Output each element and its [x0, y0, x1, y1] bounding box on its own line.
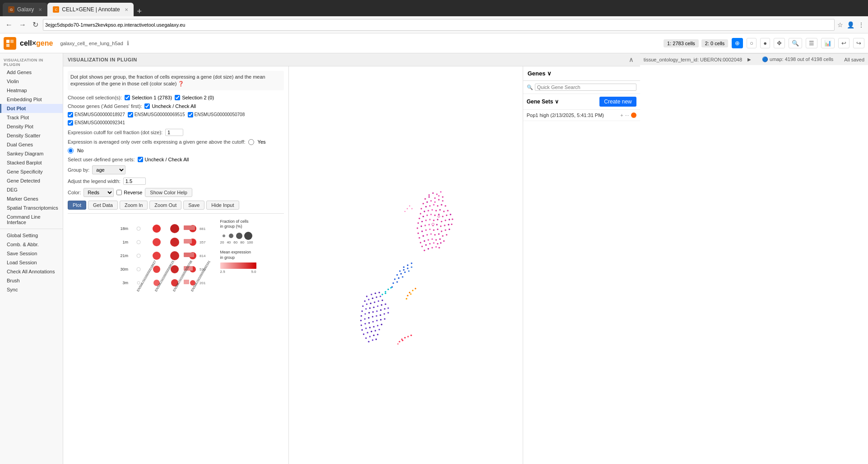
undo-btn[interactable]: ↩: [838, 38, 849, 48]
sidebar-item-marker-genes[interactable]: Marker Genes: [0, 194, 63, 203]
gene-set-add-icon[interactable]: +: [620, 112, 623, 118]
help-icon[interactable]: ❓: [178, 81, 184, 86]
sidebar-item-save-session[interactable]: Save Session: [0, 249, 63, 258]
selection1-checkbox-label[interactable]: Selection 1 (2783): [125, 95, 172, 100]
sidebar-item-sankey-diagram[interactable]: Sankey Diagram: [0, 149, 63, 158]
gene-sets-checkbox[interactable]: [138, 157, 143, 162]
collapse-button[interactable]: ∧: [627, 56, 636, 63]
svg-point-238: [410, 335, 412, 336]
galaxy-tab[interactable]: G Galaxy ✕: [3, 3, 47, 16]
redo-btn[interactable]: ↪: [853, 38, 864, 48]
lasso-tool-btn[interactable]: ⊕: [732, 38, 743, 48]
gene2-checkbox[interactable]: [128, 112, 133, 117]
no-radio[interactable]: [68, 148, 74, 154]
gene-sets-label[interactable]: Gene Sets ∨: [527, 98, 559, 105]
forward-button[interactable]: →: [17, 20, 28, 30]
list-tool-btn[interactable]: ☰: [806, 38, 817, 48]
zoom-out-button[interactable]: Zoom Out: [149, 201, 181, 210]
group-by-select[interactable]: age cell_type tissue sample: [92, 165, 125, 174]
sidebar-item-spatial-transcriptomics[interactable]: Spatial Transcriptomics: [0, 203, 63, 212]
gene-set-more-icon[interactable]: ···: [625, 112, 629, 118]
svg-point-62: [442, 200, 443, 202]
hide-input-button[interactable]: Hide Input: [206, 201, 239, 210]
sidebar-item-command-line-interface[interactable]: Command Line Interface: [0, 212, 63, 227]
new-tab-button[interactable]: +: [134, 7, 146, 16]
svg-point-158: [381, 300, 383, 301]
circle-tool-btn[interactable]: ○: [747, 38, 757, 48]
galaxy-tab-close[interactable]: ✕: [38, 7, 42, 12]
cellgene-tab-label: CELL×GENE | Annotate: [62, 6, 120, 13]
save-button[interactable]: Save: [183, 201, 204, 210]
zoom-in-button[interactable]: Zoom In: [120, 201, 148, 210]
sidebar-item-gene-detected[interactable]: Gene Detected: [0, 176, 63, 185]
get-data-button[interactable]: Get Data: [88, 201, 118, 210]
genes-dropdown[interactable]: Genes ∨: [528, 70, 636, 77]
svg-point-137: [424, 249, 425, 251]
gene1-checkbox[interactable]: [68, 112, 73, 117]
selection2-checkbox[interactable]: [175, 95, 180, 100]
svg-point-98: [421, 225, 422, 227]
gene4-checkbox-label[interactable]: ENSMUSG00000092341: [68, 120, 125, 126]
sidebar-item-load-session[interactable]: Load Session: [0, 258, 63, 267]
color-select[interactable]: Reds Blues Greens Viridis: [84, 188, 114, 197]
selection1-checkbox[interactable]: [125, 95, 130, 100]
sidebar-item-dual-genes[interactable]: Dual Genes: [0, 140, 63, 149]
gene4-checkbox[interactable]: [68, 120, 73, 126]
show-color-help-button[interactable]: Show Color Help: [145, 188, 192, 197]
gene-sets-checkbox-label[interactable]: Uncheck / Check All: [138, 157, 189, 162]
gene3-checkbox[interactable]: [188, 112, 193, 117]
sidebar-item-comb-abbr[interactable]: Comb. & Abbr.: [0, 240, 63, 249]
uncheck-all-checkbox-label[interactable]: Uncheck / Check All: [144, 103, 196, 109]
create-new-button[interactable]: Create new: [599, 97, 636, 107]
gene-search-input[interactable]: [535, 84, 636, 91]
sidebar-item-violin[interactable]: Violin: [0, 77, 63, 86]
fill-tool-btn[interactable]: ●: [760, 38, 770, 48]
chart-tool-btn[interactable]: 📊: [821, 38, 835, 48]
sidebar-item-density-plot[interactable]: Density Plot: [0, 122, 63, 131]
expression-cutoff-input[interactable]: [165, 129, 183, 136]
address-bar[interactable]: [43, 19, 835, 31]
pan-tool-btn[interactable]: ✥: [774, 38, 785, 48]
legend-width-input[interactable]: [123, 178, 146, 185]
sidebar-item-add-genes[interactable]: Add Genes: [0, 68, 63, 77]
sidebar-item-dot-plot[interactable]: Dot Plot: [0, 104, 63, 113]
uncheck-all-checkbox[interactable]: [144, 103, 150, 109]
cell-count-2: 2: 0 cells: [701, 39, 728, 47]
zoom-tool-btn[interactable]: 🔍: [789, 38, 802, 48]
reverse-checkbox[interactable]: [116, 190, 122, 195]
profile-icon[interactable]: 👤: [847, 21, 854, 28]
sidebar-item-brush[interactable]: Brush: [0, 276, 63, 285]
sidebar-item-heatmap[interactable]: Heatmap: [0, 86, 63, 95]
yes-radio[interactable]: [248, 139, 254, 145]
gene2-checkbox-label[interactable]: ENSMUSG00000069515: [128, 112, 185, 117]
sidebar-item-gene-specificity[interactable]: Gene Specificity: [0, 167, 63, 176]
sidebar-item-density-scatter[interactable]: Density Scatter: [0, 131, 63, 140]
reverse-checkbox-label[interactable]: Reverse: [116, 190, 142, 195]
gene1-checkbox-label[interactable]: ENSMUSG00000018927: [68, 112, 125, 117]
expand-icon[interactable]: ▶: [747, 57, 751, 62]
svg-point-198: [375, 330, 376, 331]
cellgene-tab[interactable]: C CELL×GENE | Annotate ✕: [47, 3, 133, 16]
sidebar-item-embedding-plot[interactable]: Embedding Plot: [0, 95, 63, 104]
gene-set-item[interactable]: Pop1 high (2/13/2025, 5:41:31 PM) + ···: [523, 110, 640, 121]
plot-button[interactable]: Plot: [68, 201, 86, 210]
yes-radio-label[interactable]: Yes: [248, 139, 266, 145]
back-button[interactable]: ←: [4, 20, 14, 30]
sidebar-item-stacked-barplot[interactable]: Stacked Barplot: [0, 158, 63, 167]
no-radio-label[interactable]: No: [68, 148, 84, 154]
sidebar-item-global-setting[interactable]: Global Setting: [0, 231, 63, 240]
svg-point-204: [368, 341, 369, 342]
svg-point-61: [438, 199, 439, 200]
sidebar-item-sync[interactable]: Sync: [0, 285, 63, 294]
bookmark-icon[interactable]: ☆: [837, 21, 843, 28]
sidebar-item-check-all-annotations[interactable]: Check All Annotations: [0, 267, 63, 276]
selection2-checkbox-label[interactable]: Selection 2 (0): [175, 95, 214, 100]
menu-icon[interactable]: ⋮: [858, 21, 864, 28]
cellgene-tab-close[interactable]: ✕: [125, 7, 128, 12]
sidebar-item-deg[interactable]: DEG: [0, 185, 63, 194]
gene3-checkbox-label[interactable]: ENSMUSG00000050708: [188, 112, 245, 117]
dataset-info-icon[interactable]: ℹ: [127, 40, 129, 47]
svg-point-48: [428, 194, 430, 196]
reload-button[interactable]: ↻: [31, 19, 40, 30]
sidebar-item-track-plot[interactable]: Track Plot: [0, 113, 63, 122]
